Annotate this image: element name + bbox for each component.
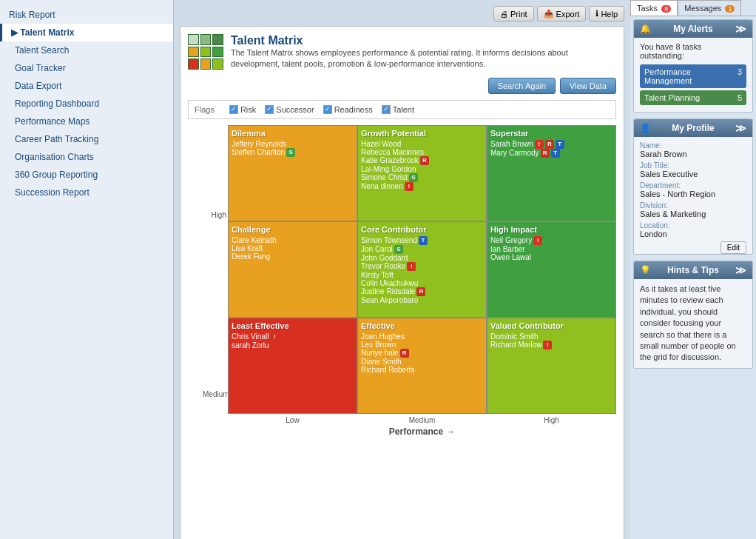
hints-header: 💡 Hints & Tips ≫ — [634, 261, 752, 279]
alerts-body: You have 8 tasks outstanding: Performanc… — [634, 38, 752, 112]
cell-impact-title: High Impact — [490, 225, 612, 234]
cell-name: Lai-Ming Gordon — [361, 165, 483, 173]
badge-r: R — [400, 349, 409, 358]
badge-exclamation: ! — [543, 341, 552, 349]
matrix-grid: Dilemma Jeffery Reynolds Steffen Charlto… — [228, 125, 616, 539]
print-button[interactable]: 🖨 Print — [493, 6, 534, 21]
alert-talent-btn[interactable]: Talent Planning 5 — [640, 90, 746, 105]
nav-reporting-dashboard[interactable]: Reporting Dashboard — [0, 95, 173, 113]
matrix-container: Potential High Medium Low Dilemma Jeffer… — [188, 125, 616, 539]
cell-effective: Effective Joan Hughes Les Brown Nuriye h… — [357, 318, 487, 414]
search-again-button[interactable]: Search Again — [488, 78, 556, 94]
badge-r: R — [541, 149, 550, 158]
badge-exclamation: ! — [533, 236, 542, 245]
nav-succession-report[interactable]: Succession Report — [0, 184, 173, 201]
cell-name: Jeffery Reynolds — [232, 140, 354, 148]
cell-name: Nuriye hale R — [361, 349, 483, 358]
cell-name: Rebecca Macinnes — [361, 148, 483, 156]
y-axis-label: Potential — [190, 125, 199, 539]
cell-name: Richard Roberts — [361, 366, 483, 374]
badge-r: R — [420, 156, 429, 165]
alerts-header: 🔔 My Alerts ≫ — [634, 20, 752, 38]
flag-successor-checkbox[interactable] — [265, 105, 274, 114]
nav-360-group[interactable]: 360 Group Reporting — [0, 166, 173, 184]
profile-name: Name: Sarah Brown — [640, 141, 746, 158]
cell-name: Trevor Rooke ! — [361, 262, 483, 271]
tab-messages[interactable]: Messages 1 — [678, 0, 741, 16]
cell-name: Richard Marlow ! — [490, 341, 612, 349]
flag-successor[interactable]: Successor — [265, 105, 314, 114]
cell-dilemma-title: Dilemma — [232, 129, 354, 138]
right-panel: Tasks 8 Messages 1 🔔 My Alerts ≫ You hav… — [630, 0, 756, 539]
nav-goal-tracker[interactable]: Goal Tracker — [0, 59, 173, 77]
cell-name: sarah Zorlu — [232, 341, 354, 349]
matrix-row-medium: Challenge Clare Keinath Lisa Kraft Derek… — [228, 221, 616, 318]
flags-bar: Flags Risk Successor Readiness Talent — [188, 100, 616, 119]
flag-risk-checkbox[interactable] — [229, 105, 238, 114]
help-button[interactable]: ℹ Help — [589, 6, 624, 21]
badge-s: S — [286, 148, 295, 157]
flag-readiness[interactable]: Readiness — [323, 105, 373, 114]
alert-performance-btn[interactable]: Performance Management 3 — [640, 64, 746, 88]
bell-icon: 🔔 — [640, 24, 651, 34]
nav-data-export[interactable]: Data Export — [0, 77, 173, 95]
badge-exclamation: ! — [535, 140, 544, 149]
cell-name: Owen Lawal — [490, 253, 612, 261]
nav-risk-report[interactable]: Risk Report — [0, 6, 173, 24]
profile-collapse[interactable]: ≫ — [735, 122, 746, 134]
alerts-section: 🔔 My Alerts ≫ You have 8 tasks outstandi… — [633, 19, 753, 113]
cell-superstar-title: Superstar — [490, 129, 612, 138]
messages-badge: 1 — [725, 5, 735, 13]
cell-challenge-title: Challenge — [232, 225, 354, 234]
cell-name: Dominic Smith — [490, 332, 612, 341]
nav-talent-matrix[interactable]: ▶ Talent Matrix — [0, 24, 173, 41]
hints-body: As it takes at least five minutes to rev… — [634, 279, 752, 368]
cell-core-title: Core Contributor — [361, 225, 483, 234]
cell-name: John Goddard — [361, 254, 483, 262]
profile-header: 👤 My Profile ≫ — [634, 119, 752, 137]
cell-name: Neil Gregory ! — [490, 236, 612, 245]
profile-section: 👤 My Profile ≫ Name: Sarah Brown Job Tit… — [633, 118, 753, 255]
cell-name: Kirsty Toft — [361, 271, 483, 279]
tm-icon — [188, 34, 223, 70]
tm-description: The Talent Matrix shows employees perfor… — [231, 47, 616, 70]
view-data-button[interactable]: View Data — [560, 78, 616, 94]
tab-tasks[interactable]: Tasks 8 — [630, 0, 678, 16]
content-card: Talent Matrix The Talent Matrix shows em… — [180, 26, 624, 539]
nav-career-path[interactable]: Career Path Tracking — [0, 130, 173, 148]
nav-performance-maps[interactable]: Performance Maps — [0, 113, 173, 130]
y-tick-medium: Medium — [203, 390, 226, 398]
toolbar: 🖨 Print 📤 Export ℹ Help — [180, 6, 624, 21]
cell-name: Diane Smith — [361, 358, 483, 366]
hints-section: 💡 Hints & Tips ≫ As it takes at least fi… — [633, 261, 753, 369]
y-ticks: High Medium Low — [203, 125, 226, 539]
badge-exclamation: ! — [270, 332, 279, 341]
cell-name: Les Brown — [361, 341, 483, 349]
nav-organisation-charts[interactable]: Organisation Charts — [0, 148, 173, 166]
cell-impact: High Impact Neil Gregory ! Ian Barber Ow… — [487, 221, 616, 318]
flag-risk[interactable]: Risk — [229, 105, 256, 114]
badge-t: T — [419, 236, 428, 245]
cell-name: Katie Grazebrook R — [361, 156, 483, 165]
cell-core: Core Contributor Simon Townsend T Jon Ca… — [357, 221, 487, 318]
edit-button[interactable]: Edit — [720, 241, 746, 254]
cell-name: Colin Ukachukwu — [361, 279, 483, 287]
flag-talent[interactable]: Talent — [382, 105, 414, 114]
profile-department: Department: Sales - North Region — [640, 181, 746, 198]
export-button[interactable]: 📤 Export — [537, 6, 587, 21]
nav-talent-search[interactable]: Talent Search — [0, 41, 173, 59]
flags-label: Flags — [195, 105, 215, 114]
page-title: Talent Matrix — [231, 34, 616, 47]
cell-effective-title: Effective — [361, 321, 483, 330]
hints-collapse[interactable]: ≫ — [735, 264, 746, 276]
alerts-collapse[interactable]: ≫ — [735, 23, 746, 35]
badge-exclamation: ! — [407, 262, 416, 271]
flag-talent-checkbox[interactable] — [382, 105, 391, 114]
tabs-bar: Tasks 8 Messages 1 — [630, 0, 756, 16]
y-axis: Potential — [188, 125, 201, 539]
lightbulb-icon: 💡 — [640, 265, 651, 275]
x-axis-label: Performance → — [228, 426, 616, 437]
nav-arrow-icon: ▶ — [11, 27, 20, 38]
flag-readiness-checkbox[interactable] — [323, 105, 332, 114]
cell-least: Least Effective Chris Vinall ! sarah Zor… — [228, 318, 357, 414]
